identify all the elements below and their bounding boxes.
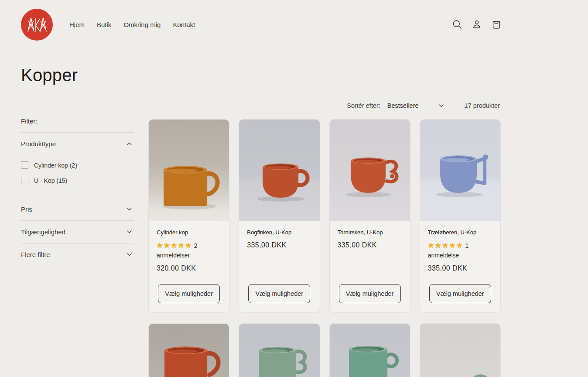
product-card xyxy=(329,323,410,377)
nav-link-hjem[interactable]: Hjem xyxy=(68,19,85,30)
product-info: Bogfinken, U-Kop 335,00 DKK Vælg mulighe… xyxy=(239,221,319,312)
product-card xyxy=(148,323,229,377)
chevron-down-icon xyxy=(127,208,132,211)
facet-group-tilgaengelighed: Tilgængelighed xyxy=(21,221,134,243)
filter-option-cylinder-kop[interactable]: Cylinder kop (2) xyxy=(21,158,134,173)
product-count: 17 produkter xyxy=(465,102,500,109)
product-title[interactable]: Tornirsken, U-Kop xyxy=(338,229,402,236)
facet-toggle-tilgaengelighed[interactable]: Tilgængelighed xyxy=(21,221,134,243)
product-title[interactable]: Cylinder kop xyxy=(157,229,221,236)
choose-options-button[interactable]: Vælg muligheder xyxy=(248,284,310,303)
choose-options-button[interactable]: Vælg muligheder xyxy=(158,284,220,303)
facet-label: Tilgængelighed xyxy=(21,228,65,236)
product-image[interactable] xyxy=(420,120,500,221)
product-image[interactable] xyxy=(149,324,229,377)
nav-link-omkring-mig[interactable]: Omkring mig xyxy=(123,19,161,30)
chevron-down-icon xyxy=(127,253,132,256)
star-rating-icon: ★★★★★ xyxy=(157,242,192,249)
product-grid: Cylinder kop ★★★★★2 anmeldelser 320,00 D… xyxy=(148,119,501,377)
facet-label: Produkttype xyxy=(21,140,56,147)
nav-link-kontakt[interactable]: Kontakt xyxy=(172,19,196,30)
product-card: Træløberen, U-Kop ★★★★★1 anmeldelse 335,… xyxy=(420,119,501,313)
aka-ceramics-logo[interactable] xyxy=(21,9,53,41)
checkbox-u-kop[interactable] xyxy=(21,177,28,184)
products-section: Sortér efter: Bestsellere 17 produkter xyxy=(148,87,501,377)
product-image[interactable] xyxy=(239,120,319,221)
product-price: 335,00 DKK xyxy=(247,241,311,249)
product-image[interactable] xyxy=(420,324,500,377)
product-image[interactable] xyxy=(330,120,410,221)
product-card xyxy=(420,323,501,377)
choose-options-button[interactable]: Vælg muligheder xyxy=(339,284,401,303)
product-info: Cylinder kop ★★★★★2 anmeldelser 320,00 D… xyxy=(149,221,229,312)
facet-label: Pris xyxy=(21,206,32,213)
product-card: Bogfinken, U-Kop 335,00 DKK Vælg mulighe… xyxy=(239,119,320,313)
product-rating: ★★★★★1 anmeldelse xyxy=(428,240,497,260)
sort-label: Sortér efter: xyxy=(347,102,380,109)
search-icon[interactable] xyxy=(452,19,462,30)
facet-toggle-produkttype[interactable]: Produkttype xyxy=(21,133,134,155)
filter-heading: Filter: xyxy=(21,117,134,133)
product-image[interactable] xyxy=(239,324,319,377)
star-rating-icon: ★★★★★ xyxy=(428,242,464,249)
cart-bag-icon[interactable] xyxy=(491,19,502,30)
chevron-down-icon xyxy=(439,104,444,107)
facet-options: Cylinder kop (2) U - Kop (15) xyxy=(21,155,134,198)
product-info: Træløberen, U-Kop ★★★★★1 anmeldelse 335,… xyxy=(420,221,500,312)
product-card: Tornirsken, U-Kop 335,00 DKK Vælg muligh… xyxy=(329,119,410,313)
header-icons xyxy=(452,19,502,30)
sort-selected-value: Bestsellere xyxy=(387,102,419,109)
product-price: 320,00 DKK xyxy=(157,264,221,272)
collection-page: Kopper Filter: Produkttype Cylinder kop … xyxy=(0,65,501,377)
page-title: Kopper xyxy=(21,65,501,85)
filter-option-u-kop[interactable]: U - Kop (15) xyxy=(21,173,134,188)
product-card: Cylinder kop ★★★★★2 anmeldelser 320,00 D… xyxy=(148,119,229,313)
choose-options-button[interactable]: Vælg muligheder xyxy=(429,284,491,303)
filter-option-label: U - Kop (15) xyxy=(34,177,67,184)
product-price: 335,00 DKK xyxy=(338,241,402,249)
product-rating: ★★★★★2 anmeldelser xyxy=(157,240,226,260)
filter-option-label: Cylinder kop (2) xyxy=(34,162,77,169)
product-title[interactable]: Bogfinken, U-Kop xyxy=(247,229,311,236)
facet-group-flere-filtre: Flere filtre xyxy=(21,243,134,266)
nav-link-butik[interactable]: Butik xyxy=(96,19,112,30)
sort-select[interactable]: Bestsellere xyxy=(385,100,446,111)
site-header: Hjem Butik Omkring mig Kontakt xyxy=(0,0,588,49)
main-nav: Hjem Butik Omkring mig Kontakt xyxy=(68,19,196,30)
product-title[interactable]: Træløberen, U-Kop xyxy=(428,229,492,236)
facet-label: Flere filtre xyxy=(21,251,50,258)
facet-toggle-pris[interactable]: Pris xyxy=(21,198,134,220)
facet-group-pris: Pris xyxy=(21,198,134,221)
filter-sidebar: Filter: Produkttype Cylinder kop (2) xyxy=(21,87,134,377)
product-image[interactable] xyxy=(149,120,229,221)
product-image[interactable] xyxy=(330,324,410,377)
chevron-down-icon xyxy=(127,230,132,233)
facet-toggle-flere-filtre[interactable]: Flere filtre xyxy=(21,243,134,266)
account-icon[interactable] xyxy=(472,19,482,30)
checkbox-cylinder-kop[interactable] xyxy=(21,161,28,169)
product-info: Tornirsken, U-Kop 335,00 DKK Vælg muligh… xyxy=(330,221,410,312)
facet-group-produkttype: Produkttype Cylinder kop (2) U - Kop (15… xyxy=(21,133,134,198)
sort-toolbar: Sortér efter: Bestsellere 17 produkter xyxy=(148,100,501,111)
chevron-up-icon xyxy=(127,142,132,145)
product-price: 335,00 DKK xyxy=(428,264,492,272)
product-card xyxy=(239,323,320,377)
